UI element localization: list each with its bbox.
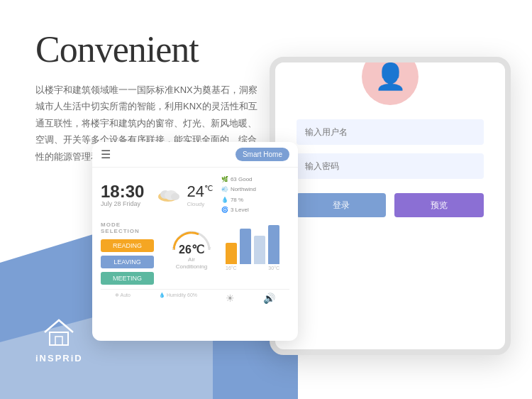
house-icon: [41, 315, 77, 350]
card-header: ☰ Smart Home: [92, 142, 298, 168]
weather-row: 18:30 July 28 Friday 24℃: [101, 175, 289, 216]
bar-1: [226, 243, 237, 264]
humidity-control: 💧 Humidity 60%: [159, 293, 197, 304]
leaving-mode-button[interactable]: LEAVING: [101, 256, 154, 268]
wind-stat: 💨 Northwind: [221, 185, 256, 195]
avatar: 👤: [362, 57, 419, 105]
temperature-display: 24℃: [187, 182, 212, 200]
smart-home-card: ☰ Smart Home 18:30 July 28 Friday: [92, 142, 298, 341]
wind-icon: 💨: [221, 185, 228, 195]
login-button[interactable]: 登录: [297, 193, 386, 217]
smart-home-button[interactable]: Smart Home: [235, 148, 289, 161]
air-quality-stat: 🌿 63 Good: [221, 175, 256, 185]
ac-gauge: 26℃ AirConditioning: [163, 222, 220, 285]
humidity-stat: 💧 78 %: [221, 195, 256, 205]
svg-point-5: [171, 193, 179, 200]
bar-3: [254, 236, 265, 264]
snowflake-icon: ❄: [115, 293, 119, 297]
drop-icon: 💧: [221, 195, 228, 205]
tablet-device: 👤 登录 预览: [270, 57, 511, 355]
weather-stats: 🌿 63 Good 💨 Northwind 💧 78 % 🌀 3 Level: [221, 175, 256, 216]
volume-control[interactable]: 🔊: [263, 293, 275, 304]
fan-icon: 🌀: [221, 205, 228, 215]
cloud-icon: [155, 185, 181, 205]
temperature-section: 24℃ Cloudy: [187, 182, 212, 207]
logo: iNSPRiD: [35, 315, 83, 364]
logo-text: iNSPRiD: [35, 353, 83, 364]
bar-chart: 16°C 30°C: [226, 222, 279, 285]
menu-icon[interactable]: ☰: [101, 148, 111, 161]
wind-level-stat: 🌀 3 Level: [221, 205, 256, 215]
bar-chart-bars: [226, 222, 279, 264]
svg-rect-1: [55, 337, 62, 345]
date-display: July 28 Friday: [101, 200, 144, 207]
sun-control[interactable]: ☀: [226, 293, 235, 304]
mode-label: MODE SELECTION: [101, 222, 157, 234]
humidity-icon: 💧: [159, 293, 165, 297]
user-icon: 👤: [375, 62, 406, 92]
time-display: 18:30: [101, 183, 144, 200]
ac-auto-control: ❄ Auto: [115, 293, 131, 304]
bar-2: [240, 229, 251, 264]
main-controls-row: MODE SELECTION READING LEAVING MEETING: [101, 222, 289, 285]
time-section: 18:30 July 28 Friday: [101, 183, 144, 207]
bottom-icons-row: ❄ Auto 💧 Humidity 60% ☀ 🔊: [101, 289, 289, 304]
ac-label: AirConditioning: [176, 256, 207, 271]
leaf-icon: 🌿: [221, 175, 228, 185]
login-buttons: 登录 预览: [297, 193, 484, 217]
username-input[interactable]: [297, 119, 484, 145]
ac-temp-display: 26℃: [179, 243, 204, 256]
svg-rect-0: [50, 332, 68, 345]
bar-4: [268, 225, 279, 264]
password-input[interactable]: [297, 153, 484, 179]
login-form: 登录 预览: [297, 119, 484, 217]
reading-mode-button[interactable]: READING: [101, 239, 154, 252]
weather-desc: Cloudy: [187, 201, 212, 207]
page-title: Convenient: [35, 28, 262, 70]
mode-selection: MODE SELECTION READING LEAVING MEETING: [101, 222, 157, 285]
register-button[interactable]: 预览: [394, 193, 484, 217]
meeting-mode-button[interactable]: MEETING: [101, 272, 154, 285]
bar-range: 16°C 30°C: [226, 266, 279, 270]
